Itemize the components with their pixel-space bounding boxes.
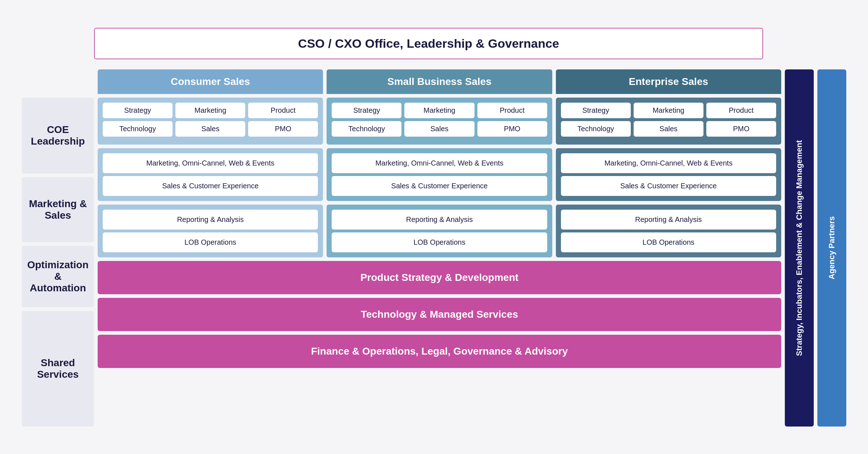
center-content: Consumer Sales Small Business Sales Ente…: [98, 69, 781, 427]
marketing-label: Marketing & Sales: [22, 177, 94, 242]
top-banner-text: CSO / CXO Office, Leadership & Governanc…: [298, 37, 559, 50]
small-business-header: Small Business Sales: [327, 69, 552, 94]
enterprise-reporting: Reporting & Analysis: [561, 210, 776, 230]
product-strategy-bar: Product Strategy & Development: [98, 261, 781, 294]
coe-label: COE Leadership: [22, 98, 94, 174]
tag-consumer-product: Product: [248, 103, 318, 118]
finance-bar: Finance & Operations, Legal, Governance …: [98, 335, 781, 368]
column-headers: Consumer Sales Small Business Sales Ente…: [98, 69, 781, 94]
tag-consumer-strategy: Strategy: [103, 103, 173, 118]
marketing-row: Marketing, Omni-Cannel, Web & Events Sal…: [98, 148, 781, 201]
enterprise-lob: LOB Operations: [561, 232, 776, 252]
optimization-label: Optimization & Automation: [22, 246, 94, 307]
small-optimization-block: Reporting & Analysis LOB Operations: [327, 205, 552, 257]
strategy-bar-container: Strategy, Incubators, Enablement & Chang…: [785, 69, 814, 427]
coe-row: Strategy Marketing Product Technology Sa…: [98, 98, 781, 145]
tag-consumer-sales: Sales: [175, 121, 245, 137]
small-lob: LOB Operations: [332, 232, 547, 252]
tag-enterprise-product: Product: [706, 103, 776, 118]
shared-services-label: Shared Services: [22, 311, 94, 427]
consumer-coe-block: Strategy Marketing Product Technology Sa…: [98, 98, 323, 145]
tag-small-product: Product: [477, 103, 547, 118]
tag-enterprise-pmo: PMO: [706, 121, 776, 137]
tag-small-sales: Sales: [404, 121, 474, 137]
tag-enterprise-marketing: Marketing: [634, 103, 703, 118]
consumer-sales-cx: Sales & Customer Experience: [103, 176, 318, 196]
left-labels: COE Leadership Marketing & Sales Optimiz…: [22, 69, 94, 427]
tag-consumer-technology: Technology: [103, 121, 173, 137]
agency-label-bar: Agency Partners: [817, 69, 846, 427]
tag-consumer-marketing: Marketing: [175, 103, 245, 118]
top-banner: CSO / CXO Office, Leadership & Governanc…: [94, 28, 763, 59]
diagram-wrapper: CSO / CXO Office, Leadership & Governanc…: [14, 17, 854, 437]
consumer-optimization-block: Reporting & Analysis LOB Operations: [98, 205, 323, 257]
enterprise-coe-block: Strategy Marketing Product Technology Sa…: [556, 98, 781, 145]
tag-enterprise-strategy: Strategy: [561, 103, 631, 118]
strategy-label-bar: Strategy, Incubators, Enablement & Chang…: [785, 69, 814, 427]
small-sales-cx: Sales & Customer Experience: [332, 176, 547, 196]
technology-bar: Technology & Managed Services: [98, 298, 781, 331]
tag-small-marketing: Marketing: [404, 103, 474, 118]
tag-enterprise-sales: Sales: [634, 121, 703, 137]
tag-small-pmo: PMO: [477, 121, 547, 137]
enterprise-omni: Marketing, Omni-Cannel, Web & Events: [561, 153, 776, 173]
header-spacer: [22, 69, 94, 94]
tag-consumer-pmo: PMO: [248, 121, 318, 137]
tag-small-strategy: Strategy: [332, 103, 401, 118]
consumer-header: Consumer Sales: [98, 69, 323, 94]
optimization-row: Reporting & Analysis LOB Operations Repo…: [98, 205, 781, 257]
small-marketing-block: Marketing, Omni-Cannel, Web & Events Sal…: [327, 148, 552, 201]
small-reporting: Reporting & Analysis: [332, 210, 547, 230]
consumer-lob: LOB Operations: [103, 232, 318, 252]
tag-enterprise-technology: Technology: [561, 121, 631, 137]
consumer-omni: Marketing, Omni-Cannel, Web & Events: [103, 153, 318, 173]
consumer-marketing-block: Marketing, Omni-Cannel, Web & Events Sal…: [98, 148, 323, 201]
enterprise-sales-cx: Sales & Customer Experience: [561, 176, 776, 196]
agency-bar-container: Agency Partners: [817, 69, 846, 427]
shared-services-content: Product Strategy & Development Technolog…: [98, 261, 781, 368]
enterprise-optimization-block: Reporting & Analysis LOB Operations: [556, 205, 781, 257]
enterprise-marketing-block: Marketing, Omni-Cannel, Web & Events Sal…: [556, 148, 781, 201]
consumer-reporting: Reporting & Analysis: [103, 210, 318, 230]
small-omni: Marketing, Omni-Cannel, Web & Events: [332, 153, 547, 173]
enterprise-header: Enterprise Sales: [556, 69, 781, 94]
small-coe-block: Strategy Marketing Product Technology Sa…: [327, 98, 552, 145]
tag-small-technology: Technology: [332, 121, 401, 137]
